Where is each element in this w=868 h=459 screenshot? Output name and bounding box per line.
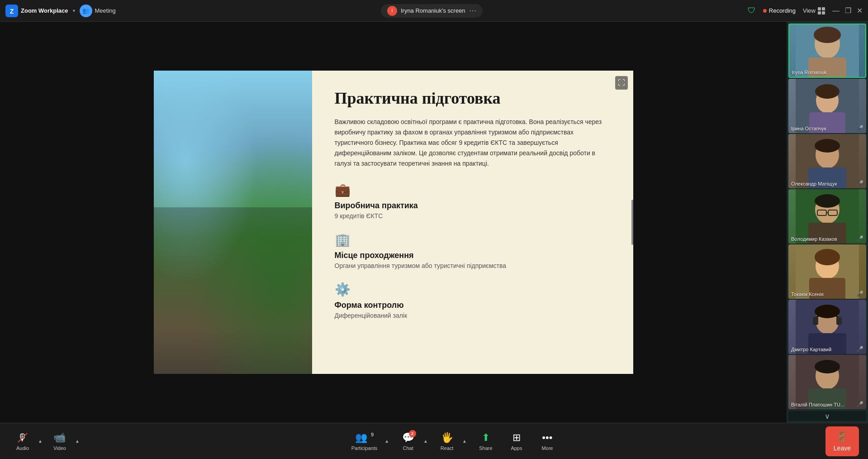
svg-rect-4: [154, 71, 190, 297]
svg-point-31: [814, 27, 841, 43]
scroll-down-button[interactable]: ∨: [788, 411, 866, 421]
screen-share-indicator[interactable]: I Iryna Romaniuk's screen ⋯: [381, 4, 483, 18]
video-group: 📹 Video ▲: [46, 428, 81, 454]
participant-video: [789, 24, 865, 77]
svg-point-39: [815, 139, 840, 153]
screen-share-label: Iryna Romaniuk's screen: [401, 7, 465, 14]
participant-name: Iryna Romaniuk: [792, 70, 827, 75]
participant-video: [788, 134, 866, 188]
svg-point-35: [815, 84, 840, 99]
svg-point-14: [204, 206, 230, 234]
leave-button[interactable]: 🚪 Leave: [825, 426, 859, 456]
participant-card[interactable]: Токаюк Ксенія 🎤: [788, 244, 866, 299]
participant-card[interactable]: Володимир Казаков 🎤: [788, 189, 866, 244]
svg-point-18: [279, 208, 304, 237]
svg-rect-54: [813, 317, 818, 325]
more-label: More: [541, 445, 553, 451]
minimize-button[interactable]: —: [832, 7, 840, 15]
svg-rect-23: [215, 248, 251, 267]
apps-icon: ⊞: [512, 432, 521, 444]
svg-text:Z: Z: [10, 8, 14, 15]
participant-avatar-svg: [796, 189, 859, 244]
apps-button[interactable]: ⊞ Apps: [503, 428, 530, 454]
svg-rect-9: [258, 77, 285, 114]
control-title: Форма контролю: [335, 301, 611, 310]
react-label: React: [441, 445, 454, 451]
zoom-logo-icon: Z: [5, 5, 18, 17]
slide-photo-svg: [154, 71, 312, 374]
slide-image: [154, 71, 312, 374]
chat-icon: 💬 2: [402, 432, 414, 444]
participant-card[interactable]: Віталій Платошин TU... 🎤: [788, 355, 866, 409]
location-icon: 🏢: [335, 232, 611, 247]
svg-rect-13: [172, 238, 190, 274]
svg-rect-6: [217, 80, 253, 125]
svg-rect-22: [213, 246, 253, 270]
react-button[interactable]: 🖐 React: [433, 428, 460, 454]
svg-rect-19: [280, 237, 303, 273]
svg-point-25: [154, 188, 176, 243]
participant-video: [788, 244, 866, 299]
slide-item-location: 🏢 Місце проходження Органи управління ту…: [335, 232, 611, 269]
share-button[interactable]: ⬆ Share: [472, 428, 499, 454]
maximize-button[interactable]: ❐: [845, 6, 851, 15]
svg-rect-11: [154, 243, 312, 256]
slide-container: Практична підготовка Важливою складовою …: [154, 71, 633, 374]
close-button[interactable]: ✕: [857, 6, 863, 15]
react-icon: 🖐: [441, 432, 453, 444]
fullscreen-button[interactable]: ⛶: [615, 76, 628, 90]
svg-rect-21: [170, 249, 201, 267]
window-controls: — ❐ ✕: [832, 6, 863, 15]
participants-button[interactable]: 👥 9 Participants: [346, 428, 383, 454]
svg-point-26: [296, 175, 312, 220]
svg-rect-20: [167, 247, 204, 270]
screen-share-more[interactable]: ⋯: [469, 6, 476, 15]
svg-point-56: [815, 305, 840, 318]
participant-card[interactable]: Ірина Остапчук 🎤: [788, 79, 866, 133]
recording-badge: Recording: [763, 7, 796, 14]
practice-subtitle: 9 кредитів ЄКТС: [335, 212, 611, 220]
meeting-label: Meeting: [95, 7, 116, 14]
react-dropdown-arrow[interactable]: ▲: [460, 435, 469, 447]
video-button[interactable]: 📹 Video: [46, 428, 73, 454]
svg-rect-2: [154, 71, 312, 374]
mic-off-icon: 🎤: [857, 291, 863, 297]
svg-rect-15: [206, 234, 228, 275]
chat-dropdown-arrow[interactable]: ▲: [422, 435, 430, 447]
video-icon: 📹: [53, 432, 66, 444]
app-dropdown[interactable]: ▾: [73, 8, 75, 13]
more-button[interactable]: ••• More: [534, 428, 561, 454]
participants-dropdown-arrow[interactable]: ▲: [383, 435, 391, 447]
participants-label: Participants: [351, 445, 377, 451]
participant-card[interactable]: Олександр Матіщук 🎤: [788, 134, 866, 188]
scroll-divider: [631, 200, 633, 245]
slide-title: Практична підготовка: [335, 89, 611, 108]
topbar: Z Zoom Workplace ▾ 👥 Meeting I Iryna Rom…: [0, 0, 868, 22]
main-content: Практична підготовка Важливою складовою …: [0, 22, 868, 423]
location-title: Місце проходження: [335, 251, 611, 260]
presenter-avatar: I: [387, 6, 397, 16]
participants-group: 👥 9 Participants ▲: [346, 428, 391, 454]
view-label: View: [803, 7, 816, 14]
svg-point-46: [815, 194, 840, 208]
audio-group: 🎙 Audio ▲: [9, 428, 44, 454]
mic-off-icon: 🎤: [857, 125, 863, 131]
view-button[interactable]: View: [803, 7, 825, 14]
more-icon: •••: [542, 432, 552, 444]
share-group: ⬆ Share: [472, 428, 499, 454]
practice-icon: 💼: [335, 182, 611, 197]
topbar-left: Z Zoom Workplace ▾ 👥 Meeting: [5, 5, 116, 17]
participant-avatar-svg: [796, 134, 859, 188]
video-dropdown-arrow[interactable]: ▲: [73, 435, 81, 447]
chat-button[interactable]: 💬 2 Chat: [394, 428, 422, 454]
practice-title: Виробнича практика: [335, 201, 611, 210]
svg-rect-55: [836, 317, 842, 325]
security-shield-icon: 🛡: [748, 6, 756, 15]
participant-card[interactable]: Дмитро Картавий 🎤: [788, 300, 866, 354]
audio-dropdown-arrow[interactable]: ▲: [36, 435, 44, 447]
participant-card[interactable]: Iryna Romaniuk: [788, 24, 866, 78]
audio-button[interactable]: 🎙 Audio: [9, 428, 36, 454]
control-icon: ⚙️: [335, 282, 611, 297]
svg-rect-5: [208, 71, 312, 252]
slide-description: Важливою складовою освітньої програми є …: [335, 117, 611, 169]
